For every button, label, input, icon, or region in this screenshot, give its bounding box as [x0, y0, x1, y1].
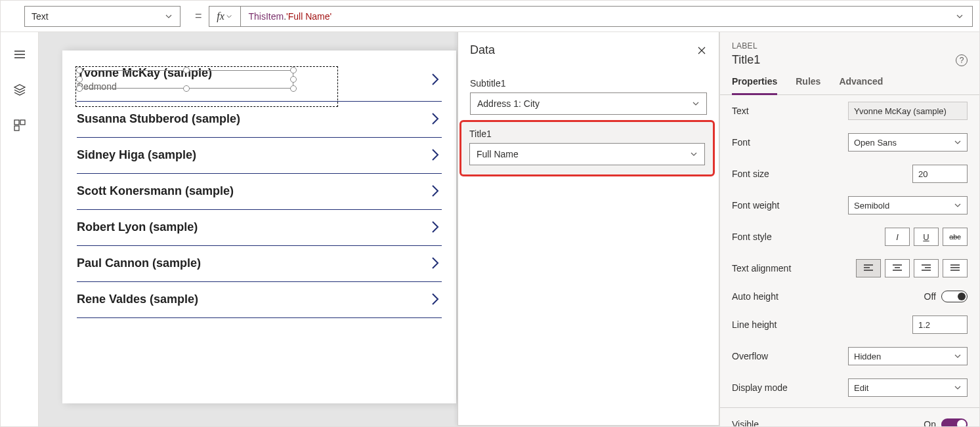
strike-button[interactable]: abc — [943, 228, 968, 246]
svg-rect-1 — [20, 120, 25, 125]
properties-pane: LABEL Title1 ? Properties Rules Advanced… — [719, 32, 979, 426]
visible-value: On — [924, 419, 936, 426]
layers-icon[interactable] — [13, 83, 26, 96]
list-item[interactable]: Rene Valdes (sample) — [77, 282, 442, 318]
title1-callout: Title1 Full Name — [459, 120, 715, 176]
list-item[interactable]: Robert Lyon (sample) — [77, 210, 442, 246]
align-center-button[interactable] — [885, 259, 910, 277]
visible-label: Visible — [732, 419, 759, 426]
chevron-right-icon[interactable] — [429, 290, 442, 308]
fontsize-input[interactable]: 20 — [912, 165, 968, 183]
list-item-title: Scott Konersmann (sample) — [77, 184, 234, 198]
resize-handle[interactable] — [183, 85, 190, 92]
chevron-down-icon — [690, 150, 698, 158]
list-item-title: Susanna Stubberod (sample) — [77, 112, 240, 126]
font-label: Font — [732, 137, 750, 148]
resize-handle[interactable] — [290, 76, 297, 83]
formula-bar: Text = fx ThisItem.'Full Name' — [1, 1, 979, 32]
property-selector-value: Text — [32, 11, 49, 22]
resize-handle[interactable] — [290, 67, 297, 73]
subtitle1-field-value: Address 1: City — [477, 98, 540, 109]
hamburger-icon[interactable] — [13, 48, 26, 61]
tab-properties[interactable]: Properties — [732, 76, 777, 95]
chevron-right-icon[interactable] — [429, 70, 442, 89]
canvas[interactable]: Yvonne McKay (sample)RedmondSusanna Stub… — [39, 32, 719, 426]
fontweight-label: Font weight — [732, 200, 779, 211]
resize-handle[interactable] — [76, 67, 83, 73]
lineheight-input[interactable]: 1.2 — [912, 315, 968, 334]
chevron-right-icon[interactable] — [429, 110, 442, 128]
svg-rect-0 — [14, 120, 19, 125]
chevron-down-icon — [954, 138, 962, 146]
tab-advanced[interactable]: Advanced — [839, 76, 883, 94]
underline-button[interactable]: U — [914, 228, 939, 246]
svg-rect-2 — [14, 126, 19, 131]
list-item-title: Robert Lyon (sample) — [77, 220, 198, 234]
chevron-right-icon[interactable] — [429, 254, 442, 272]
title1-field-selector[interactable]: Full Name — [469, 143, 705, 165]
tab-rules[interactable]: Rules — [796, 76, 820, 94]
italic-button[interactable]: I — [885, 228, 910, 246]
autoheight-toggle[interactable] — [941, 291, 968, 302]
resize-handle[interactable] — [183, 67, 190, 73]
chevron-right-icon[interactable] — [429, 182, 442, 200]
chevron-down-icon — [692, 100, 700, 108]
lineheight-label: Line height — [732, 319, 777, 330]
left-rail — [1, 32, 39, 426]
text-value[interactable]: Yvonne McKay (sample) — [848, 102, 968, 120]
list-item-title: Rene Valdes (sample) — [77, 293, 198, 306]
title1-label: Title1 — [469, 129, 705, 139]
chevron-down-icon — [954, 201, 962, 209]
subtitle1-field-selector[interactable]: Address 1: City — [470, 92, 707, 115]
help-icon[interactable]: ? — [956, 54, 968, 66]
resize-handle[interactable] — [76, 85, 83, 92]
list-item-title: Sidney Higa (sample) — [77, 148, 196, 162]
data-panel-title: Data — [470, 43, 495, 57]
chevron-down-icon — [954, 352, 962, 360]
chevron-down-icon — [955, 12, 964, 21]
visible-toggle[interactable] — [941, 418, 968, 426]
chevron-down-icon — [954, 384, 962, 392]
list-item[interactable]: Susanna Stubberod (sample) — [77, 102, 442, 138]
fontweight-select[interactable]: Semibold — [848, 196, 968, 214]
formula-text: ThisItem.'Full Name' — [249, 11, 332, 22]
text-label: Text — [732, 106, 749, 116]
control-kind: LABEL — [732, 41, 968, 51]
chevron-right-icon[interactable] — [429, 218, 442, 236]
data-panel: Data Subtitle1 Address 1: City Title1 F — [458, 32, 719, 426]
list-item[interactable]: Paul Cannon (sample) — [77, 246, 442, 282]
resize-handle[interactable] — [76, 76, 83, 83]
overflow-label: Overflow — [732, 351, 768, 361]
align-justify-button[interactable] — [943, 259, 968, 277]
list-item-title: Paul Cannon (sample) — [77, 256, 201, 270]
font-select[interactable]: Open Sans — [848, 133, 968, 152]
control-name: Title1 — [732, 53, 760, 67]
fx-button[interactable]: fx — [209, 6, 240, 27]
align-left-button[interactable] — [856, 259, 881, 277]
displaymode-select[interactable]: Edit — [848, 378, 968, 397]
app-screen: Yvonne McKay (sample)RedmondSusanna Stub… — [62, 51, 456, 403]
equals-sign: = — [195, 9, 202, 23]
textalign-label: Text alignment — [732, 263, 791, 274]
overflow-select[interactable]: Hidden — [848, 347, 968, 365]
subtitle1-label: Subtitle1 — [470, 78, 707, 89]
fontsize-label: Font size — [732, 169, 769, 179]
list-item[interactable]: Scott Konersmann (sample) — [77, 174, 442, 210]
fx-icon: fx — [217, 10, 224, 22]
resize-handle[interactable] — [290, 85, 297, 92]
fontstyle-label: Font style — [732, 232, 772, 242]
chevron-down-icon — [164, 12, 173, 21]
title1-field-value: Full Name — [477, 149, 519, 159]
components-icon[interactable] — [13, 119, 26, 132]
formula-input[interactable]: ThisItem.'Full Name' — [240, 6, 973, 27]
displaymode-label: Display mode — [732, 382, 788, 393]
autoheight-label: Auto height — [732, 291, 778, 302]
chevron-right-icon[interactable] — [429, 146, 442, 164]
list-item[interactable]: Sidney Higa (sample) — [77, 138, 442, 174]
autoheight-value: Off — [924, 291, 936, 302]
property-selector[interactable]: Text — [24, 6, 181, 27]
align-right-button[interactable] — [914, 259, 939, 277]
close-icon[interactable] — [696, 45, 707, 56]
chevron-down-icon — [226, 13, 232, 20]
props-tabs: Properties Rules Advanced — [720, 67, 979, 95]
